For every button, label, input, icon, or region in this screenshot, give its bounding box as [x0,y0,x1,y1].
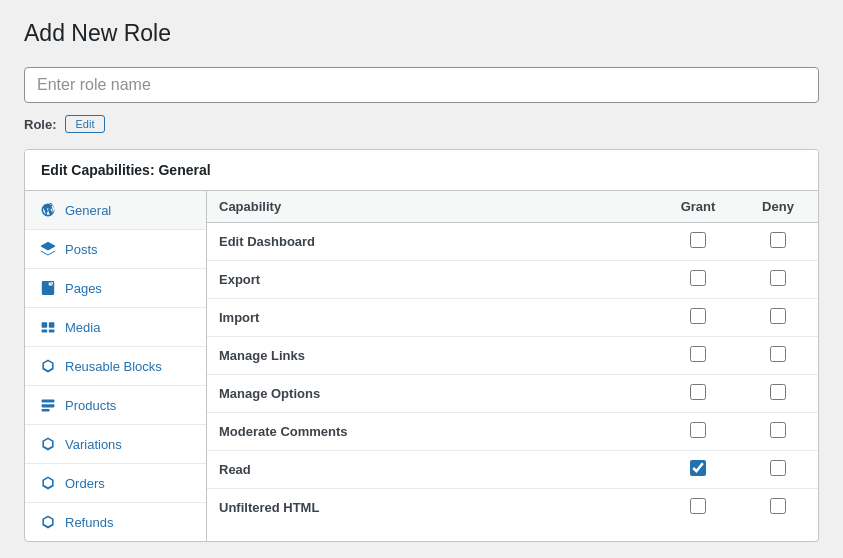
sidebar-item-reusable-blocks[interactable]: Reusable Blocks [25,347,206,386]
deny-cell [738,489,818,527]
svg-rect-9 [42,404,55,407]
capability-name: Import [207,299,658,337]
deny-cell [738,451,818,489]
sidebar-item-label-orders: Orders [65,476,105,491]
edit-button[interactable]: Edit [65,115,106,133]
svg-rect-6 [42,329,48,332]
capabilities-container: Edit Capabilities: General General [24,149,819,542]
table-row: Manage Links [207,337,818,375]
page-title: Add New Role [24,20,819,47]
deny-cell [738,261,818,299]
refunds-icon [39,513,57,531]
svg-rect-7 [49,329,55,332]
role-row: Role: Edit [24,115,819,133]
table-row: Read [207,451,818,489]
col-grant: Grant [658,191,738,223]
grant-checkbox[interactable] [690,460,706,476]
sidebar-item-label-refunds: Refunds [65,515,113,530]
grant-checkbox[interactable] [690,270,706,286]
svg-rect-8 [42,399,55,402]
capability-name: Manage Links [207,337,658,375]
grant-cell [658,337,738,375]
sidebar-item-label-variations: Variations [65,437,122,452]
role-name-input[interactable] [24,67,819,103]
sidebar-item-pages[interactable]: Pages [25,269,206,308]
grant-checkbox[interactable] [690,346,706,362]
capability-name: Export [207,261,658,299]
table-row: Import [207,299,818,337]
deny-checkbox[interactable] [770,460,786,476]
table-row: Moderate Comments [207,413,818,451]
deny-cell [738,337,818,375]
grant-checkbox[interactable] [690,384,706,400]
orders-icon [39,474,57,492]
deny-checkbox[interactable] [770,346,786,362]
sidebar-item-label-general: General [65,203,111,218]
sidebar-item-label-reusable: Reusable Blocks [65,359,162,374]
deny-cell [738,375,818,413]
table-row: Edit Dashboard [207,223,818,261]
posts-icon [39,240,57,258]
role-label: Role: [24,117,57,132]
pages-icon [39,279,57,297]
deny-checkbox[interactable] [770,384,786,400]
grant-cell [658,375,738,413]
deny-checkbox[interactable] [770,422,786,438]
capabilities-body: General Posts [25,191,818,541]
sidebar-item-general[interactable]: General [25,191,206,230]
reusable-icon [39,357,57,375]
sidebar-item-label-pages: Pages [65,281,102,296]
capability-name: Edit Dashboard [207,223,658,261]
grant-cell [658,413,738,451]
capabilities-table: Capability Grant Deny Edit DashboardExpo… [207,191,818,526]
table-row: Export [207,261,818,299]
table-row: Unfiltered HTML [207,489,818,527]
svg-rect-10 [42,409,50,411]
deny-checkbox[interactable] [770,232,786,248]
grant-checkbox[interactable] [690,422,706,438]
svg-rect-5 [49,322,55,328]
sidebar-item-products[interactable]: Products [25,386,206,425]
svg-rect-4 [42,322,48,328]
sidebar: General Posts [25,191,207,541]
capability-name: Read [207,451,658,489]
sidebar-item-orders[interactable]: Orders [25,464,206,503]
variations-icon [39,435,57,453]
capability-name: Unfiltered HTML [207,489,658,527]
wordpress-icon [39,201,57,219]
deny-cell [738,413,818,451]
deny-checkbox[interactable] [770,308,786,324]
grant-checkbox[interactable] [690,498,706,514]
grant-cell [658,261,738,299]
sidebar-item-label-media: Media [65,320,100,335]
grant-cell [658,451,738,489]
col-deny: Deny [738,191,818,223]
table-row: Manage Options [207,375,818,413]
capability-name: Moderate Comments [207,413,658,451]
sidebar-item-media[interactable]: Media [25,308,206,347]
deny-checkbox[interactable] [770,498,786,514]
grant-cell [658,223,738,261]
sidebar-item-label-products: Products [65,398,116,413]
media-icon [39,318,57,336]
products-icon [39,396,57,414]
grant-cell [658,299,738,337]
sidebar-item-label-posts: Posts [65,242,98,257]
sidebar-item-refunds[interactable]: Refunds [25,503,206,541]
deny-checkbox[interactable] [770,270,786,286]
sidebar-item-variations[interactable]: Variations [25,425,206,464]
grant-checkbox[interactable] [690,308,706,324]
deny-cell [738,299,818,337]
deny-cell [738,223,818,261]
sidebar-item-posts[interactable]: Posts [25,230,206,269]
main-content: Capability Grant Deny Edit DashboardExpo… [207,191,818,541]
capabilities-header: Edit Capabilities: General [25,150,818,191]
col-capability: Capability [207,191,658,223]
capability-name: Manage Options [207,375,658,413]
grant-cell [658,489,738,527]
page-wrapper: Add New Role Role: Edit Edit Capabilitie… [0,0,843,558]
grant-checkbox[interactable] [690,232,706,248]
